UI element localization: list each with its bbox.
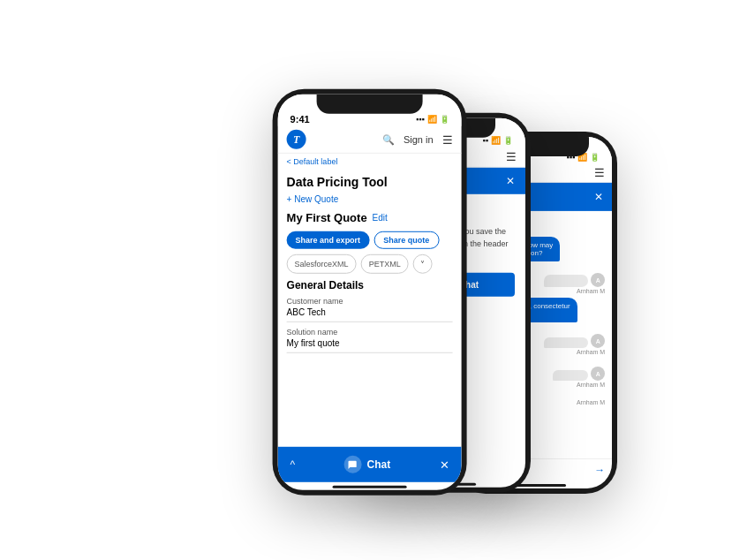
author-2: Arnham M xyxy=(577,349,605,355)
msg-6 xyxy=(553,370,588,381)
p1-quote-title: My First Quote xyxy=(287,211,367,224)
p1-page-title: Data Pricing Tool xyxy=(287,175,453,189)
msg-3 xyxy=(544,275,588,287)
p1-solution-name-label: Solution name xyxy=(287,328,453,337)
p1-body: Data Pricing Tool + New Quote My First Q… xyxy=(278,170,462,447)
p1-salesforcexml-button[interactable]: SalesforceXML xyxy=(287,254,357,274)
p1-customer-name-label: Customer name xyxy=(287,297,453,306)
p1-menu-icon[interactable]: ☰ xyxy=(442,132,453,146)
p1-breadcrumb: < Default label xyxy=(278,154,462,170)
p1-petxml-button[interactable]: PETXML xyxy=(361,254,409,274)
p2-menu-icon[interactable]: ☰ xyxy=(506,150,517,163)
phone-1: 9:41 ▪▪▪📶🔋 T 🔍 Sign in ☰ xyxy=(273,89,467,496)
p1-status-icons: ▪▪▪📶🔋 xyxy=(416,115,449,124)
p1-solution-name-value: My first quote xyxy=(287,338,453,353)
p1-logo-letter: T xyxy=(293,132,299,146)
p1-edit-link[interactable]: Edit xyxy=(373,213,388,223)
p1-actions: Share and export Share quote xyxy=(287,231,453,249)
avatar-2: A xyxy=(591,334,605,348)
p1-secondary-actions: SalesforceXML PETXML ˅ xyxy=(287,254,453,274)
p2-close-chat[interactable]: ✕ xyxy=(506,175,515,187)
p1-chat-label: Chat xyxy=(367,458,391,471)
p1-time: 9:41 xyxy=(290,114,310,125)
msg-5 xyxy=(544,337,588,348)
p2-status-icons: ▪▪📶🔋 xyxy=(483,136,513,145)
p1-home-indicator xyxy=(333,486,406,488)
avatar-3: A xyxy=(591,367,605,381)
author-3: Arnham M xyxy=(577,382,605,388)
p1-chat-bar: ^ Chat ✕ xyxy=(278,447,462,482)
p1-logo: T xyxy=(287,130,306,149)
p1-sign-in[interactable]: Sign in xyxy=(404,134,434,145)
p1-share-export-button[interactable]: Share and export xyxy=(287,231,370,249)
p1-customer-name-value: ABC Tech xyxy=(287,307,453,322)
p1-quote-name: My First Quote Edit xyxy=(287,211,453,224)
author-4: Arnham M xyxy=(577,399,605,405)
p1-share-quote-button[interactable]: Share quote xyxy=(374,231,439,249)
p1-chat-icon xyxy=(344,456,362,473)
p1-new-quote-link[interactable]: + New Quote xyxy=(287,194,453,204)
p1-breadcrumb-text: < Default label xyxy=(287,157,338,166)
p1-search-icon[interactable]: 🔍 xyxy=(382,133,395,145)
p1-more-button[interactable]: ˅ xyxy=(413,254,433,274)
p1-section-title: General Details xyxy=(287,279,453,291)
p1-chat-close[interactable]: ✕ xyxy=(440,458,449,471)
avatar-1: A xyxy=(591,273,605,287)
p3-close-chat[interactable]: ✕ xyxy=(594,191,603,203)
p1-header: T 🔍 Sign in ☰ xyxy=(278,126,462,154)
p3-menu-icon[interactable]: ☰ xyxy=(594,166,605,179)
author-1: Arnham M xyxy=(577,288,605,294)
scene: ▪▪▪ 📶 🔋 🔍 Sign in ☰ xyxy=(38,33,709,527)
p3-send-button[interactable]: → xyxy=(594,464,605,476)
p1-chevron-up[interactable]: ^ xyxy=(290,458,296,471)
